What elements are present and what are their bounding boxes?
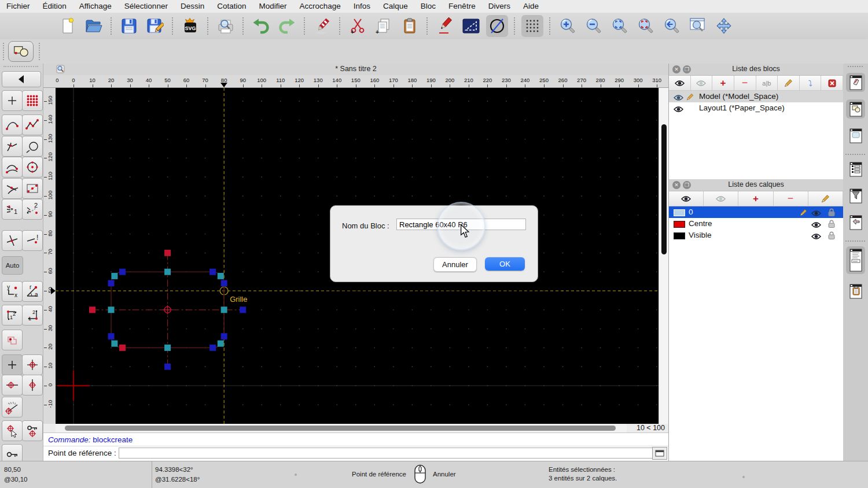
command-input[interactable] — [119, 448, 653, 459]
menu-item-calque[interactable]: Calque — [377, 0, 414, 13]
toggle-layer-filter-button[interactable] — [846, 186, 865, 205]
points-grid-button[interactable] — [22, 90, 43, 111]
add-block-button[interactable]: + — [712, 76, 734, 90]
coord-cartesian-button[interactable]: yx — [2, 281, 23, 302]
polyline-points-button[interactable] — [22, 114, 43, 135]
menu-item-bloc[interactable]: Bloc — [414, 0, 442, 13]
hide-all-blocks-button[interactable] — [691, 76, 713, 90]
menu-item-infos[interactable]: Infos — [347, 0, 377, 13]
zoom-auto-button[interactable] — [609, 15, 631, 37]
undo-button[interactable] — [250, 15, 272, 37]
vertical-scrollbar-thumb[interactable] — [661, 124, 667, 254]
insert-block-button[interactable]: ⤵ — [800, 76, 822, 90]
show-all-blocks-button[interactable] — [669, 76, 691, 90]
menu-item-fentre[interactable]: Fenêtre — [442, 0, 482, 13]
ok-button[interactable]: OK — [485, 257, 525, 271]
draw-pen-button[interactable] — [434, 15, 456, 37]
rect-snap-button[interactable] — [22, 178, 43, 199]
contour-select-button[interactable] — [2, 330, 23, 350]
menu-item-accrochage[interactable]: Accrochage — [293, 0, 347, 13]
intersection-button[interactable] — [2, 230, 23, 251]
trim-tool-button[interactable] — [2, 136, 23, 157]
paste-button[interactable] — [399, 15, 421, 37]
remove-block-button[interactable]: − — [734, 76, 756, 90]
print-preview-button[interactable] — [215, 15, 237, 37]
export-svg-button[interactable]: SVG — [179, 15, 201, 37]
rename-block-button[interactable]: a|b — [756, 76, 778, 90]
layer-color-swatch[interactable] — [674, 221, 685, 228]
snap-on-entity-button[interactable] — [2, 375, 23, 395]
horizontal-scrollbar-thumb[interactable] — [65, 426, 616, 431]
zoom-out-button[interactable] — [583, 15, 605, 37]
redo-button[interactable] — [276, 15, 298, 37]
circle-center-point-button[interactable] — [22, 157, 43, 178]
menu-item-divers[interactable]: Divers — [482, 0, 517, 13]
layer-row[interactable]: 0 — [669, 206, 843, 218]
open-file-button[interactable] — [83, 15, 105, 37]
toggle-library-browser-button[interactable] — [846, 99, 865, 119]
palette-drag-handle[interactable] — [3, 66, 38, 67]
menu-item-affichage[interactable]: Affichage — [73, 0, 118, 13]
snap-grid-button[interactable] — [22, 354, 43, 375]
layer-lock-icon[interactable] — [828, 231, 835, 243]
coord-polar-button[interactable]: ra — [22, 281, 43, 302]
edit-layer-button[interactable] — [808, 191, 843, 206]
menu-item-fichier[interactable]: Fichier — [0, 0, 36, 13]
show-all-layers-button[interactable] — [669, 191, 704, 206]
circle-tangent-button[interactable] — [22, 136, 43, 157]
vertical-scrollbar[interactable] — [659, 88, 668, 424]
copy-button[interactable]: + — [373, 15, 395, 37]
menu-item-slectionner[interactable]: Sélectionner — [118, 0, 174, 13]
circle-tools-button[interactable] — [486, 15, 508, 37]
draw-point-button[interactable] — [2, 90, 23, 111]
spline-points-button[interactable] — [2, 114, 23, 135]
save-file-as-button[interactable] — [144, 15, 166, 37]
zoom-pan-button[interactable] — [713, 15, 735, 37]
toggle-clipboard-panel-button[interactable] — [846, 282, 865, 301]
strip-drag-handle[interactable] — [848, 66, 863, 67]
detach-command-window-button[interactable] — [652, 447, 667, 460]
snap-select-button[interactable] — [2, 420, 23, 441]
order-first-button[interactable]: 1 — [2, 199, 23, 220]
cancel-button[interactable]: Annuler — [433, 257, 477, 272]
layer-visibility-icon[interactable] — [811, 232, 821, 243]
menu-item-dessin[interactable]: Dessin — [174, 0, 211, 13]
block-row[interactable]: Model (*Model_Space) — [669, 91, 843, 102]
corner-order-a-button[interactable]: 12 — [2, 305, 23, 326]
grid-toggle-button[interactable] — [521, 15, 543, 37]
order-second-button[interactable]: 2 — [22, 199, 43, 220]
remove-layer-button[interactable]: − — [774, 191, 808, 206]
block-row[interactable]: Layout1 (*Paper_Space) — [669, 102, 843, 114]
horizontal-scrollbar[interactable] — [56, 424, 627, 432]
intersection-manual-button[interactable]: ! — [22, 230, 43, 251]
zoom-in-button[interactable] — [557, 15, 579, 37]
menu-item-dition[interactable]: Édition — [36, 0, 73, 13]
block-visibility-icon[interactable] — [674, 105, 683, 116]
toolbar-drag-handle[interactable] — [39, 43, 41, 60]
tangent-line-button[interactable] — [2, 178, 23, 199]
edit-block-button[interactable] — [778, 76, 800, 90]
arc-tools-button[interactable] — [2, 157, 23, 178]
menu-item-modifier[interactable]: Modifier — [252, 0, 293, 13]
snap-lock-relative-button[interactable] — [22, 420, 43, 441]
layer-row[interactable]: Visible — [669, 230, 843, 241]
toggle-layer-list-button[interactable] — [846, 160, 865, 179]
hide-all-layers-button[interactable] — [704, 191, 738, 206]
layer-color-swatch[interactable] — [674, 209, 685, 216]
toggle-named-views-button[interactable] — [846, 213, 865, 232]
selection-tool-button[interactable] — [8, 41, 34, 62]
toggle-block-list-button[interactable] — [846, 73, 865, 92]
corner-order-b-button[interactable]: 12 — [22, 305, 43, 326]
add-layer-button[interactable]: + — [738, 191, 773, 206]
zoom-selection-button[interactable] — [635, 15, 657, 37]
ortho-mode-button[interactable] — [460, 15, 482, 37]
cut-button[interactable]: + — [347, 15, 369, 37]
purge-block-button[interactable] — [821, 76, 843, 90]
auto-snap-button[interactable]: Auto — [2, 256, 23, 275]
layer-row[interactable]: Centre — [669, 218, 843, 230]
snap-free-button[interactable] — [2, 354, 23, 375]
menu-item-aide[interactable]: Aide — [517, 0, 545, 13]
zoom-window-button[interactable] — [687, 15, 709, 37]
menu-item-cotation[interactable]: Cotation — [211, 0, 252, 13]
toggle-preview-panel-button[interactable] — [846, 126, 865, 145]
